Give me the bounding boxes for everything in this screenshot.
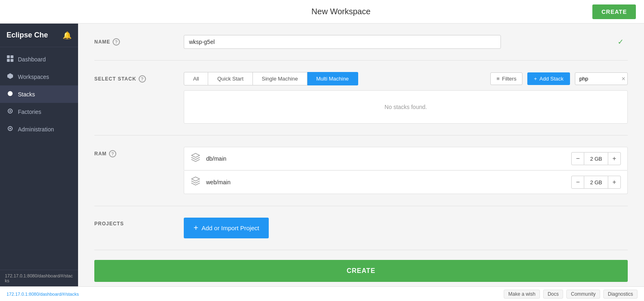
db-ram-value: 2 GB [584,152,608,165]
sidebar-item-stacks[interactable]: Stacks [0,85,78,103]
stack-toolbar: All Quick Start Single Machine Multi Mac… [184,72,628,85]
select-stack-help-icon[interactable]: ? [139,75,146,83]
web-ram-increase[interactable]: + [608,176,621,189]
tab-single-machine[interactable]: Single Machine [253,72,307,85]
administration-icon [7,125,14,133]
db-machine-icon [191,153,200,165]
filters-label: Filters [502,76,516,82]
sidebar-item-administration[interactable]: Administration [0,120,78,138]
db-ram-decrease[interactable]: − [571,152,584,165]
db-ram-controls: − 2 GB + [571,152,621,165]
sidebar-label-workspaces: Workspaces [18,74,49,80]
select-stack-label: SELECT STACK ? [94,72,168,83]
name-valid-icon: ✓ [618,37,624,46]
footer-link-community[interactable]: Community [566,290,600,299]
footer-link-diagnostics[interactable]: Diagnostics [603,290,637,299]
svg-rect-3 [11,59,13,62]
sidebar-item-dashboard[interactable]: Dashboard [0,50,78,68]
add-stack-plus-icon: + [534,76,537,82]
db-machine-name: db/main [206,155,571,162]
projects-label: PROJECTS [94,218,168,227]
add-stack-button[interactable]: + Add Stack [527,72,570,85]
workspaces-icon [7,73,14,81]
footer-url: 172.17.0.1:8080/dashboard/#/stacks [7,292,79,297]
add-project-button[interactable]: + Add or Import Project [184,218,269,238]
sidebar-item-workspaces[interactable]: Workspaces [0,68,78,85]
stack-search-input[interactable] [575,72,628,85]
app-title: Eclipse Che [7,31,48,39]
ram-help-icon[interactable]: ? [109,150,116,157]
main-content: NAME ? ✓ SELECT STACK ? [78,24,644,286]
dashboard-icon [7,55,14,63]
search-clear-icon[interactable]: × [622,75,625,83]
web-ram-decrease[interactable]: − [571,176,584,189]
sidebar-item-factories[interactable]: Factories [0,103,78,120]
db-ram-increase[interactable]: + [608,152,621,165]
svg-rect-2 [7,59,10,62]
stacks-icon [7,90,14,98]
content-inner: NAME ? ✓ SELECT STACK ? [78,24,644,286]
add-project-label: Add or Import Project [202,225,259,231]
tab-quick-start[interactable]: Quick Start [208,72,252,85]
svg-marker-10 [191,153,200,157]
sidebar-logo: Eclipse Che 🔔 [0,24,78,47]
stack-tabs-group: All Quick Start Single Machine Multi Mac… [184,72,358,85]
workspace-name-input[interactable] [184,35,501,49]
svg-point-9 [9,128,11,129]
sidebar-label-administration: Administration [18,126,54,133]
projects-section: PROJECTS + Add or Import Project [94,206,628,250]
footer-link-docs[interactable]: Docs [543,290,563,299]
name-label: NAME ? [94,35,168,46]
no-stacks-message: No stacks found. [184,90,628,124]
svg-point-7 [9,110,11,112]
web-ram-controls: − 2 GB + [571,176,621,189]
web-machine-name: web/main [206,179,571,185]
name-help-icon[interactable]: ? [113,38,120,46]
bell-icon[interactable]: 🔔 [63,31,72,40]
sidebar-label-factories: Factories [18,109,41,115]
filters-icon: ≡ [496,76,500,82]
filters-button[interactable]: ≡ Filters [490,72,522,85]
name-section-content: ✓ [184,35,628,49]
topbar: New Workspace CREATE [0,0,644,24]
select-stack-section: SELECT STACK ? All Quick Start Single Ma… [94,61,628,135]
ram-section-content: db/main − 2 GB + [184,147,628,194]
ram-machine-db: db/main − 2 GB + [184,147,628,170]
select-stack-content: All Quick Start Single Machine Multi Mac… [184,72,628,124]
footer: 172.17.0.1:8080/dashboard/#/stacks Make … [0,286,644,301]
ram-section: RAM ? db/main [94,135,628,206]
sidebar: Eclipse Che 🔔 Dashboard Wor [0,24,78,286]
tab-multi-machine[interactable]: Multi Machine [307,72,358,85]
layout: Eclipse Che 🔔 Dashboard Wor [0,24,644,286]
svg-marker-11 [191,177,200,181]
add-project-plus-icon: + [194,223,198,233]
web-ram-value: 2 GB [584,176,608,189]
svg-rect-0 [7,55,10,58]
page-title: New Workspace [311,7,370,16]
add-stack-label: Add Stack [540,76,564,82]
search-wrap: × [575,72,628,85]
factories-icon [7,108,14,116]
ram-machine-web: web/main − 2 GB + [184,171,628,194]
sidebar-nav: Dashboard Workspaces Stacks [0,47,78,270]
footer-links: Make a wish Docs Community Diagnostics [504,290,637,299]
footer-link-make-a-wish[interactable]: Make a wish [504,290,540,299]
sidebar-label-dashboard: Dashboard [18,56,46,63]
projects-section-content: + Add or Import Project [184,218,628,238]
web-machine-icon [191,176,200,188]
topbar-create-button[interactable]: CREATE [592,4,636,19]
ram-label: RAM ? [94,147,168,157]
tab-all[interactable]: All [184,72,208,85]
name-input-wrap: ✓ [184,35,628,49]
svg-point-5 [8,91,13,96]
svg-rect-1 [11,55,13,58]
sidebar-url: 172.17.0.1:8080/dashboard/#/stacks [0,270,78,286]
svg-marker-4 [7,73,13,79]
name-section: NAME ? ✓ [94,24,628,61]
bottom-create-button[interactable]: CREATE [94,260,628,282]
sidebar-label-stacks: Stacks [18,91,35,98]
